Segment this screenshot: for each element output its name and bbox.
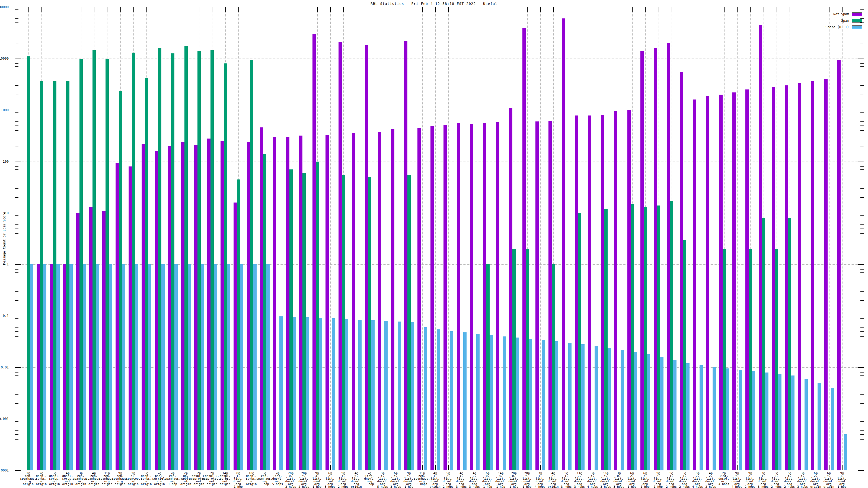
- bar-score: [358, 320, 362, 470]
- bar-not-spam: [116, 163, 119, 470]
- bar-spam: [407, 175, 411, 470]
- bar-score: [109, 264, 112, 470]
- bar-score: [240, 264, 243, 470]
- y-minor-tick-left: [15, 455, 19, 455]
- y-minor-tick-right: [860, 164, 864, 164]
- y-minor-tick-right: [860, 126, 864, 126]
- bar-score: [319, 318, 322, 470]
- y-minor-tick-left: [15, 249, 19, 249]
- y-minor-tick-left: [15, 388, 19, 388]
- bar-spam: [184, 46, 188, 470]
- x-tick-top: [789, 7, 790, 12]
- bar-not-spam: [352, 133, 355, 470]
- y-minor-tick-right: [860, 343, 864, 343]
- y-tick-label: 10000: [0, 57, 9, 60]
- x-tick-top: [199, 7, 199, 12]
- bar-spam: [723, 249, 726, 470]
- bar-not-spam: [693, 99, 696, 470]
- x-tick-bottom: [422, 465, 423, 470]
- x-tick-bottom: [396, 465, 396, 470]
- bar-not-spam: [89, 207, 93, 470]
- bar-not-spam: [312, 34, 316, 470]
- y-minor-tick-right: [860, 112, 864, 112]
- y-minor-tick-right: [860, 424, 864, 424]
- bar-not-spam: [50, 264, 53, 470]
- y-minor-tick-right: [860, 276, 864, 276]
- bar-spam: [749, 249, 752, 470]
- x-tick-top: [553, 7, 554, 12]
- y-minor-tick-right: [860, 300, 864, 301]
- x-tick-bottom: [475, 465, 475, 470]
- bar-spam: [250, 60, 253, 470]
- bar-spam: [303, 173, 306, 470]
- x-gridline: [698, 7, 698, 470]
- y-major-tick-left: [15, 7, 21, 7]
- bar-spam: [513, 249, 516, 470]
- bar-not-spam: [614, 111, 617, 470]
- bar-score: [713, 367, 716, 470]
- bar-spam: [237, 180, 240, 470]
- bar-not-spam: [102, 211, 105, 470]
- y-minor-tick-right: [860, 336, 864, 337]
- x-tick-top: [133, 7, 134, 12]
- bar-spam: [644, 207, 647, 470]
- bar-score: [83, 264, 86, 470]
- bar-score: [595, 346, 598, 470]
- bar-not-spam: [641, 51, 644, 470]
- y-minor-tick-left: [15, 164, 19, 164]
- y-minor-tick-left: [15, 28, 19, 28]
- bar-not-spam: [443, 125, 447, 470]
- x-gridline: [711, 7, 711, 470]
- bar-score: [96, 264, 99, 470]
- y-minor-tick-left: [15, 188, 19, 189]
- bar-score: [555, 341, 558, 470]
- y-minor-tick-right: [860, 66, 864, 67]
- y-minor-tick-right: [860, 61, 864, 61]
- bar-score: [752, 371, 755, 470]
- y-minor-tick-right: [860, 9, 864, 10]
- bar-spam: [105, 59, 109, 470]
- bar-score: [490, 335, 493, 470]
- bar-not-spam: [601, 115, 604, 470]
- y-tick-label: 10: [0, 212, 9, 215]
- bar-score: [608, 348, 611, 470]
- y-minor-tick-left: [15, 331, 19, 332]
- y-minor-tick-right: [860, 403, 864, 404]
- bar-score: [253, 264, 257, 470]
- x-gridline: [383, 7, 383, 470]
- y-tick-label: 1: [0, 263, 9, 266]
- bar-score: [634, 352, 637, 470]
- bar-spam: [224, 63, 227, 470]
- y-minor-tick-right: [860, 215, 864, 216]
- y-major-tick-right: [858, 59, 864, 59]
- bar-spam: [368, 177, 371, 470]
- bar-score: [529, 339, 532, 470]
- bar-not-spam: [483, 123, 486, 470]
- bar-not-spam: [667, 43, 670, 470]
- x-tick-top: [803, 7, 803, 12]
- y-minor-tick-left: [15, 197, 19, 198]
- x-tick-bottom: [462, 465, 462, 470]
- y-tick-label: 0.01: [0, 366, 9, 369]
- y-minor-tick-left: [15, 269, 19, 270]
- bar-not-spam: [588, 116, 591, 470]
- x-tick-top: [291, 7, 291, 12]
- bar-spam: [788, 218, 791, 470]
- bar-not-spam: [470, 124, 473, 470]
- bar-not-spam: [457, 123, 460, 470]
- x-tick-bottom: [619, 465, 619, 470]
- y-minor-tick-left: [15, 343, 19, 343]
- x-tick-top: [514, 7, 514, 12]
- bar-score: [778, 374, 781, 470]
- bar-score: [516, 337, 519, 470]
- bar-score: [69, 264, 73, 470]
- y-major-tick-left: [15, 59, 21, 59]
- bar-score: [660, 357, 663, 470]
- bar-score: [647, 354, 650, 470]
- legend-label: Spam: [841, 19, 849, 23]
- bar-spam: [40, 82, 43, 470]
- y-minor-tick-right: [860, 43, 864, 43]
- bar-spam: [197, 51, 201, 470]
- bar-score: [844, 434, 847, 470]
- x-tick-bottom: [737, 465, 738, 470]
